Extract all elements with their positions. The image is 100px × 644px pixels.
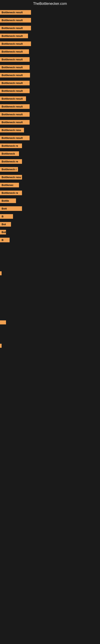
site-title-bar: TheBottlenecker.com bbox=[0, 0, 100, 8]
bar-row-17: Bottleneck result bbox=[0, 134, 100, 142]
bar-row-23: Bottlenec bbox=[0, 181, 100, 189]
bar-label-22[interactable]: Bottleneck resu bbox=[0, 175, 22, 180]
bar-row-5: Bottleneck result bbox=[0, 40, 100, 48]
empty-bottom bbox=[0, 326, 100, 342]
bar-row-12: Bottleneck result bbox=[0, 95, 100, 103]
bar-row-24: Bottleneck re bbox=[0, 189, 100, 197]
bar-label-9[interactable]: Bottleneck result bbox=[0, 73, 30, 78]
bar-label-6[interactable]: Bottleneck result bbox=[0, 49, 29, 54]
bar-label-27[interactable]: B bbox=[0, 214, 13, 219]
bar-label-26[interactable]: Bott bbox=[0, 206, 22, 211]
bar-row-11: Bottleneck result bbox=[0, 87, 100, 95]
bar-label-16[interactable]: Bottleneck resu bbox=[0, 128, 24, 132]
tiny-bar-1 bbox=[0, 271, 1, 275]
bar-row-6: Bottleneck result bbox=[0, 48, 100, 56]
bar-row-21: Bottleneck r bbox=[0, 166, 100, 173]
bar-row-26: Bott bbox=[0, 205, 100, 212]
bar-label-12[interactable]: Bottleneck result bbox=[0, 96, 26, 101]
bar-label-29[interactable]: Bottlen bbox=[0, 230, 6, 234]
bar-row-16: Bottleneck resu bbox=[0, 126, 100, 134]
bar-row-25: Bottle bbox=[0, 197, 100, 205]
site-title: TheBottlenecker.com bbox=[0, 0, 100, 8]
bar-label-23[interactable]: Bottlenec bbox=[0, 183, 19, 187]
bar-row-14: Bottleneck result bbox=[0, 110, 100, 118]
bar-label-28[interactable]: Bot bbox=[0, 222, 11, 226]
bar-row-7: Bottleneck result bbox=[0, 56, 100, 64]
bar-label-7[interactable]: Bottleneck result bbox=[0, 57, 30, 62]
bar-row-3: Bottleneck result bbox=[0, 24, 100, 32]
bar-row-27: B bbox=[0, 212, 100, 220]
bar-row-20: Bottleneck re bbox=[0, 158, 100, 166]
bar-row-tiny-1 bbox=[0, 268, 100, 278]
empty-section bbox=[0, 244, 100, 268]
bar-label-10[interactable]: Bottleneck result bbox=[0, 81, 30, 85]
bar-row-18: Bottleneck re bbox=[0, 142, 100, 150]
bar-row-30: B bbox=[0, 236, 100, 244]
bars-container: Bottleneck result Bottleneck result Bott… bbox=[0, 8, 100, 350]
bar-label-17[interactable]: Bottleneck result bbox=[0, 136, 30, 140]
bar-row-10: Bottleneck result bbox=[0, 79, 100, 87]
bottom-bar-2 bbox=[0, 344, 1, 348]
bar-label-24[interactable]: Bottleneck re bbox=[0, 190, 22, 195]
empty-section-2 bbox=[0, 278, 100, 319]
bar-label-11[interactable]: Bottleneck result bbox=[0, 88, 30, 93]
bar-row-2: Bottleneck result bbox=[0, 16, 100, 24]
bar-label-20[interactable]: Bottleneck re bbox=[0, 159, 22, 164]
bar-label-14[interactable]: Bottleneck result bbox=[0, 112, 30, 117]
bar-row-28: Bot bbox=[0, 220, 100, 228]
bar-label-5[interactable]: Bottleneck result bbox=[0, 42, 31, 46]
bar-label-15[interactable]: Bottleneck result bbox=[0, 120, 30, 124]
bar-label-3[interactable]: Bottleneck result bbox=[0, 26, 31, 30]
bar-label-13[interactable]: Bottleneck result bbox=[0, 104, 30, 109]
bar-label-2[interactable]: Bottleneck result bbox=[0, 18, 31, 22]
bar-row-19: Bottleneck bbox=[0, 150, 100, 158]
bar-label-18[interactable]: Bottleneck re bbox=[0, 144, 22, 148]
bar-row-9: Bottleneck result bbox=[0, 71, 100, 79]
bar-label-25[interactable]: Bottle bbox=[0, 198, 16, 203]
bar-row-13: Bottleneck result bbox=[0, 103, 100, 110]
bar-row-8: Bottleneck result bbox=[0, 64, 100, 71]
bar-row-29: Bottlen bbox=[0, 228, 100, 236]
bar-label-8[interactable]: Bottleneck result bbox=[0, 65, 30, 70]
bar-row-bottom-1 bbox=[0, 319, 100, 326]
bar-label-4[interactable]: Bottleneck result bbox=[0, 34, 28, 38]
bar-label-1[interactable]: Bottleneck result bbox=[0, 10, 31, 15]
bar-row-1: Bottleneck result bbox=[0, 8, 100, 16]
bar-row-15: Bottleneck result bbox=[0, 118, 100, 126]
bar-label-19[interactable]: Bottleneck bbox=[0, 151, 19, 156]
bar-row-22: Bottleneck resu bbox=[0, 173, 100, 181]
bar-label-30[interactable]: B bbox=[0, 238, 10, 242]
bar-row-bottom-2 bbox=[0, 342, 100, 349]
bar-label-21[interactable]: Bottleneck r bbox=[0, 167, 18, 172]
bottom-bar-1 bbox=[0, 320, 6, 324]
bar-row-4: Bottleneck result bbox=[0, 32, 100, 40]
